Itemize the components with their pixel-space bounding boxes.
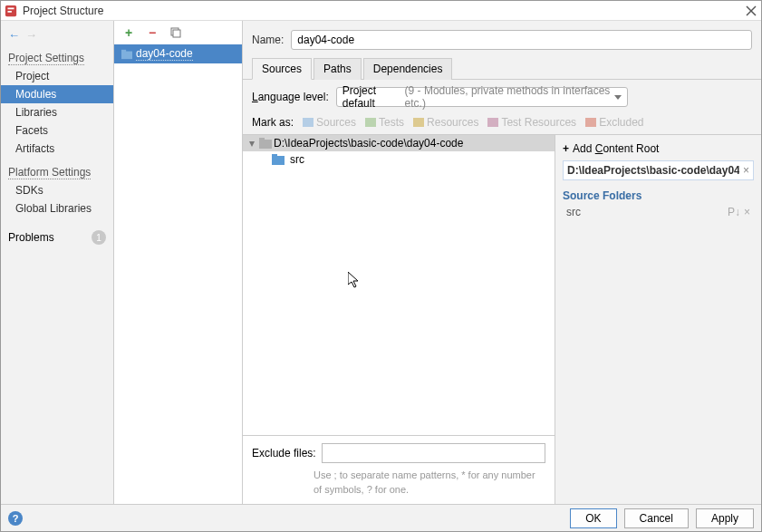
tree-child-label: src [290,153,304,166]
title-bar: Project Structure [1,1,761,21]
apply-button[interactable]: Apply [696,508,754,528]
content-root-path-text: D:\IdeaProjects\basic-code\day04-code [564,161,739,179]
content-root-path[interactable]: D:\IdeaProjects\basic-code\day04-code × [563,160,754,180]
help-icon[interactable]: ? [8,511,23,526]
remove-content-root-icon[interactable]: × [739,164,753,177]
tab-sources[interactable]: Sources [252,58,312,80]
sidebar: ← → Project Settings Project Modules Lib… [1,21,114,504]
language-level-value: Project default [342,84,405,110]
svg-rect-15 [259,138,265,140]
tree-root-label: D:\IdeaProjects\basic-code\day04-code [274,137,463,150]
window-title: Project Structure [23,5,745,17]
sidebar-item-artifacts[interactable]: Artifacts [1,140,113,158]
exclude-files-input[interactable] [322,443,545,463]
module-toolbar: + − [114,21,242,44]
svg-rect-14 [259,140,272,149]
remove-source-folder-icon[interactable]: × [744,206,750,218]
svg-rect-8 [121,49,126,52]
mark-tests[interactable]: Tests [365,116,404,129]
module-name: day04-code [136,47,193,61]
language-level-label: LLanguage level:anguage level: [252,91,329,103]
svg-rect-13 [585,118,596,127]
footer: ? OK Cancel Apply [1,504,761,531]
add-module-icon[interactable]: + [121,25,136,40]
tabs: Sources Paths Dependencies [243,57,761,80]
module-list: + − day04-code [114,21,243,504]
detail-panel: Name: Sources Paths Dependencies LLangua… [243,21,761,504]
sidebar-item-libraries[interactable]: Libraries [1,103,113,121]
svg-rect-17 [272,154,277,157]
exclude-files-hint: Use ; to separate name patterns, * for a… [243,465,555,504]
language-level-detail: (9 - Modules, private methods in interfa… [405,84,611,110]
back-icon[interactable]: ← [8,28,20,42]
tree-child-src[interactable]: src [243,151,555,168]
tree-root[interactable]: ▾ D:\IdeaProjects\basic-code\day04-code [243,135,555,151]
add-content-root-label: Add Content Root [573,142,659,155]
tab-paths[interactable]: Paths [313,58,362,80]
mark-sources[interactable]: Sources [303,116,356,129]
problems-label: Problems [8,231,54,244]
name-label: Name: [252,34,284,46]
sidebar-item-sdks[interactable]: SDKs [1,181,113,199]
language-level-select[interactable]: Project default (9 - Modules, private me… [336,87,628,107]
nav-arrows: ← → [1,24,113,49]
exclude-files-label: Exclude files: [252,447,316,459]
sidebar-item-problems[interactable]: Problems 1 [1,225,113,247]
ok-button[interactable]: OK [570,508,616,528]
svg-rect-9 [303,118,313,127]
sidebar-item-project[interactable]: Project [1,67,113,85]
copy-module-icon[interactable] [169,25,183,40]
folder-icon [259,138,272,149]
svg-rect-7 [121,51,132,59]
svg-rect-16 [272,156,285,165]
platform-settings-header: Platform Settings [1,163,113,181]
tab-dependencies[interactable]: Dependencies [363,58,453,80]
svg-rect-2 [8,11,12,13]
mark-test-resources[interactable]: Test Resources [487,116,576,129]
mark-excluded[interactable]: Excluded [585,116,643,129]
close-icon[interactable] [745,5,757,17]
cancel-button[interactable]: Cancel [624,508,689,528]
module-icon [121,49,132,60]
mark-resources[interactable]: Resources [413,116,478,129]
name-input[interactable] [291,30,752,50]
source-folder-icon [272,154,285,165]
add-content-root-button[interactable]: + Add Content Root Add Content Root [563,140,754,157]
svg-rect-11 [413,118,424,127]
sidebar-item-facets[interactable]: Facets [1,121,113,140]
svg-rect-10 [365,118,376,127]
edit-properties-icon[interactable]: P↓ [728,206,740,218]
app-icon [5,5,17,17]
problems-count-badge: 1 [92,230,106,245]
source-folders-header: Source Folders [563,188,754,204]
svg-rect-12 [487,118,498,127]
plus-icon: + [563,142,569,155]
sidebar-item-global-libraries[interactable]: Global Libraries [1,199,113,218]
source-folder-entry[interactable]: src P↓ × [563,204,754,220]
expand-icon[interactable]: ▾ [246,137,257,150]
module-entry[interactable]: day04-code [114,44,242,63]
tree-pane: ▾ D:\IdeaProjects\basic-code\day04-code … [243,135,555,504]
sidebar-item-modules[interactable]: Modules [1,85,113,103]
project-settings-header: Project Settings [1,49,113,67]
remove-module-icon[interactable]: − [145,25,159,40]
svg-rect-6 [173,30,180,37]
source-folder-name: src [566,206,728,218]
mark-as-label: Mark as: [252,116,294,129]
forward-icon[interactable]: → [25,28,37,42]
content-roots-pane: + Add Content Root Add Content Root D:\I… [555,135,761,504]
svg-rect-1 [8,7,14,9]
